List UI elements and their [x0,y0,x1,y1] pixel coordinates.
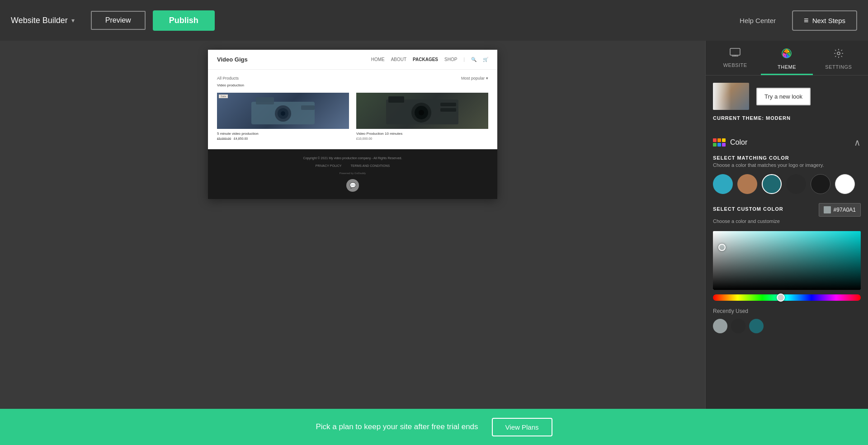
nav-shop[interactable]: SHOP [444,57,457,62]
view-plans-button[interactable]: View Plans [492,418,552,436]
panel-tabs: WEBSITE THEME [706,41,868,76]
bottom-banner: Pick a plan to keep your site after free… [0,409,868,445]
color-collapse-button[interactable]: ∧ [854,137,861,148]
terms-link[interactable]: TERMS AND CONDITIONS [350,164,390,167]
svg-rect-7 [388,96,404,103]
site-logo: Video Gigs [217,56,248,63]
picker-overlay [713,231,861,290]
preview-button[interactable]: Preview [91,11,146,30]
tab-theme[interactable]: THEME [761,48,812,75]
sale-price: £4,850.00 [234,137,248,140]
tab-settings[interactable]: SETTINGS [813,48,864,75]
theme-thumbnail [713,83,749,110]
product-card-2[interactable]: Video Production 10 minutes £10,000.00 [356,93,488,140]
publish-button[interactable]: Publish [153,10,215,31]
next-steps-label: Next Steps [812,17,845,24]
topbar: Website Builder ▾ Preview Publish Help C… [0,0,868,41]
tab-website-label: WEBSITE [723,62,747,68]
svg-rect-13 [730,48,740,55]
color-section: Color ∧ SELECT MATCHING COLOR Choose a c… [706,137,868,333]
theme-preview-card: Try a new look [713,83,861,110]
svg-rect-11 [440,103,456,106]
current-theme-name: MODERN [766,115,791,121]
svg-rect-12 [440,108,456,112]
site-nav-links: HOME ABOUT PACKAGES SHOP | 🔍 🛒 [371,57,488,62]
try-new-look-button[interactable]: Try a new look [756,88,811,105]
brand-chevron-icon: ▾ [71,17,75,24]
recent-swatch-1[interactable] [713,319,727,333]
search-icon[interactable]: 🔍 [471,57,476,62]
product-title-2: Video Production 10 minutes [356,132,488,136]
theme-tab-icon [781,48,792,62]
svg-point-4 [281,111,285,116]
custom-color-hex: #97A0A1 [834,207,856,213]
recently-used-label: Recently Used [713,308,861,314]
site-footer: Copyright © 2021 My video production com… [208,149,497,199]
recent-swatch-2[interactable] [731,319,745,333]
color-section-title: Color [730,138,747,147]
product-image-1: Sale [217,93,349,129]
current-theme-label: CURRENT THEME: MODERN [713,115,861,121]
recent-swatch-3[interactable] [749,319,764,333]
category-label: Video production [217,83,488,87]
theme-section: Try a new look CURRENT THEME: MODERN [706,76,868,137]
site-shop: All Products Most popular ▾ Video produc… [208,70,497,149]
swatch-brown[interactable] [737,174,757,194]
privacy-policy-link[interactable]: PRIVACY POLICY [316,164,342,167]
svg-rect-5 [301,105,315,110]
swatch-cyan[interactable] [713,174,733,194]
swatch-black[interactable] [811,174,830,194]
hue-handle[interactable] [777,294,785,302]
nav-home[interactable]: HOME [371,57,385,62]
original-price: £5,000.00 [217,137,231,140]
select-matching-label: SELECT MATCHING COLOR [713,155,861,161]
all-products-label: All Products [217,76,239,80]
svg-rect-1 [256,97,274,104]
cart-icon[interactable]: 🛒 [483,57,488,62]
settings-tab-icon [833,48,844,62]
hue-slider[interactable] [713,294,861,301]
brand[interactable]: Website Builder ▾ [11,16,75,25]
picker-handle[interactable] [718,244,726,251]
swatch-white[interactable] [835,174,855,194]
color-section-header: Color ∧ [713,137,861,148]
swatch-dark[interactable] [786,174,806,194]
custom-color-label: SELECT CUSTOM COLOR [713,206,783,212]
custom-color-input[interactable]: #97A0A1 [819,203,861,217]
svg-point-10 [419,110,424,115]
custom-color-section: SELECT CUSTOM COLOR #97A0A1 Choose a col… [713,203,861,224]
site-nav: Video Gigs HOME ABOUT PACKAGES SHOP | 🔍 … [208,50,497,70]
brand-label: Website Builder [11,16,68,25]
svg-point-17 [837,52,840,55]
footer-links: PRIVACY POLICY TERMS AND CONDITIONS [217,164,488,167]
color-picker-area[interactable] [713,231,861,290]
tab-theme-label: THEME [778,64,796,70]
tab-settings-label: SETTINGS [825,64,852,70]
product-image-2 [356,93,488,129]
next-steps-icon: ≡ [804,16,809,25]
nav-packages[interactable]: PACKAGES [413,57,438,62]
nav-about[interactable]: ABOUT [391,57,406,62]
help-center-link[interactable]: Help Center [740,17,776,24]
website-tab-icon [730,48,741,60]
footer-copyright: Copyright © 2021 My video production com… [217,156,488,160]
swatch-teal[interactable] [762,174,782,194]
banner-text: Pick a plan to keep your site after free… [316,422,478,431]
select-matching-desc: Choose a color that matches your logo or… [713,162,861,168]
custom-color-desc: Choose a color and customize [713,218,861,224]
recently-used-swatches [713,319,861,333]
product-card-1[interactable]: Sale 5 minute video producti [217,93,349,140]
next-steps-button[interactable]: ≡ Next Steps [792,10,857,31]
chat-button[interactable]: 💬 [346,179,359,192]
product-grid: Sale 5 minute video producti [217,93,488,140]
most-popular-label: Most popular ▾ [461,76,488,80]
site-preview: Video Gigs HOME ABOUT PACKAGES SHOP | 🔍 … [208,50,497,199]
color-dots-icon [713,138,726,147]
product-title-1: 5 minute video production [217,132,349,136]
canvas-area: Video Gigs HOME ABOUT PACKAGES SHOP | 🔍 … [0,41,705,409]
nav-divider: | [463,57,465,62]
footer-powered: Powered by GoDaddy [217,172,488,175]
tab-website[interactable]: WEBSITE [709,48,761,75]
sort-arrow-icon: ▾ [486,76,488,80]
custom-color-swatch [824,206,831,213]
